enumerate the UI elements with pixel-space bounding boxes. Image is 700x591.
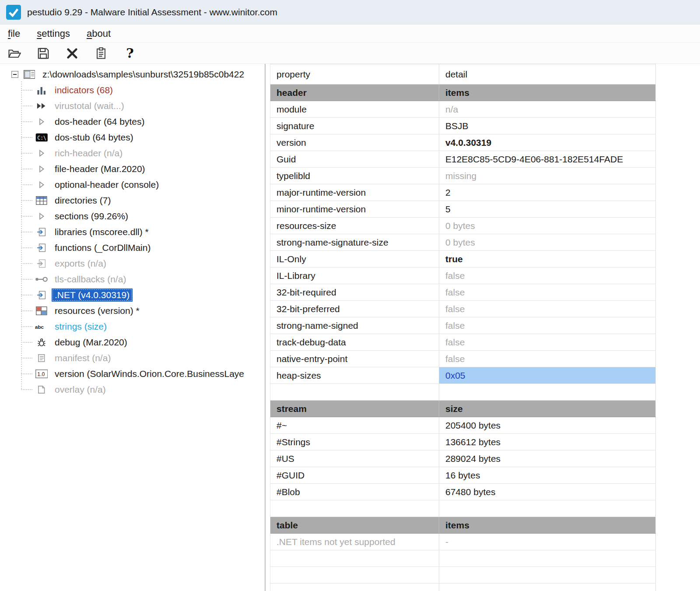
detail-cell[interactable]: 16 bytes (439, 467, 656, 483)
tree-item-dos-stub[interactable]: C:\dos-stub (64 bytes) (0, 130, 265, 145)
property-cell[interactable]: stream (270, 401, 439, 417)
tree-item-optional-header[interactable]: optional-header (console) (0, 177, 265, 193)
property-cell[interactable]: .NET items not yet supported (270, 534, 439, 550)
open-icon[interactable] (7, 46, 22, 61)
property-cell[interactable]: heap-sizes (270, 367, 439, 383)
property-cell[interactable]: strong-name-signed (270, 317, 439, 334)
table-row[interactable]: track-debug-datafalse (270, 334, 656, 351)
help-icon[interactable]: ? (122, 46, 137, 61)
tree-item-resources[interactable]: resources (version) * (0, 303, 265, 319)
menu-item-file[interactable]: file (8, 28, 20, 39)
table-row[interactable]: major-runtime-version2 (270, 184, 656, 201)
detail-cell[interactable]: false (439, 267, 656, 284)
tree-item-file-header[interactable]: file-header (Mar.2020) (0, 161, 265, 177)
detail-cell[interactable]: false (439, 351, 656, 367)
table-row[interactable]: native-entry-pointfalse (270, 351, 656, 367)
detail-cell[interactable]: - (439, 534, 656, 550)
empty-row[interactable] (270, 500, 656, 517)
property-cell[interactable]: signature (270, 118, 439, 134)
table-row[interactable]: IL-Libraryfalse (270, 267, 656, 284)
section-row[interactable]: tableitems (270, 517, 656, 534)
tree-item-functions[interactable]: functions (_CorDllMain) (0, 240, 265, 256)
table-row[interactable]: .NET items not yet supported- (270, 534, 656, 550)
tree-item-strings[interactable]: abcstrings (size) (0, 319, 265, 334)
column-header-property[interactable]: property (270, 64, 439, 84)
table-row[interactable]: #Blob67480 bytes (270, 484, 656, 500)
detail-cell[interactable]: 2 (439, 184, 656, 201)
table-row[interactable]: modulen/a (270, 101, 656, 118)
table-row[interactable]: #Strings136612 bytes (270, 434, 656, 450)
table-row[interactable]: heap-sizes0x05 (270, 367, 656, 384)
tree-item-overlay[interactable]: overlay (n/a) (0, 382, 265, 398)
detail-cell[interactable] (439, 384, 656, 400)
detail-cell[interactable]: size (439, 401, 656, 417)
detail-cell[interactable]: items (439, 517, 656, 533)
detail-cell[interactable]: 5 (439, 201, 656, 217)
property-cell[interactable] (270, 384, 439, 400)
property-cell[interactable]: #GUID (270, 467, 439, 483)
tree-item-dos-header[interactable]: dos-header (64 bytes) (0, 114, 265, 130)
table-row[interactable]: IL-Onlytrue (270, 251, 656, 267)
detail-cell[interactable] (439, 567, 656, 583)
property-cell[interactable] (270, 584, 439, 591)
detail-cell[interactable]: 0 bytes (439, 234, 656, 250)
table-row[interactable]: strong-name-signedfalse (270, 317, 656, 334)
cut-icon[interactable] (65, 46, 80, 61)
property-cell[interactable]: native-entry-point (270, 351, 439, 367)
table-row[interactable]: #GUID16 bytes (270, 467, 656, 484)
empty-row[interactable] (270, 384, 656, 401)
detail-cell[interactable]: n/a (439, 101, 656, 117)
detail-cell[interactable]: true (439, 251, 656, 267)
report-icon[interactable] (94, 46, 108, 61)
table-row[interactable]: #US289024 bytes (270, 450, 656, 467)
table-row[interactable]: 32-bit-requiredfalse (270, 284, 656, 301)
detail-cell[interactable]: 136612 bytes (439, 434, 656, 450)
table-row[interactable]: resources-size0 bytes (270, 218, 656, 234)
detail-cell[interactable] (439, 500, 656, 517)
tree-item-tls-callbacks[interactable]: tls-callbacks (n/a) (0, 271, 265, 287)
table-row[interactable]: GuidE12E8C85-5CD9-4E06-881-182E514FADE (270, 151, 656, 168)
tree-item-directories[interactable]: directories (7) (0, 193, 265, 208)
table-row[interactable]: minor-runtime-version5 (270, 201, 656, 218)
property-cell[interactable]: #~ (270, 417, 439, 433)
detail-cell[interactable]: false (439, 284, 656, 300)
detail-cell[interactable]: BSJB (439, 118, 656, 134)
property-cell[interactable]: Guid (270, 151, 439, 167)
detail-cell[interactable]: false (439, 301, 656, 317)
detail-cell[interactable]: v4.0.30319 (439, 134, 656, 151)
property-cell[interactable]: 32-bit-required (270, 284, 439, 300)
tree-item-debug[interactable]: debug (Mar.2020) (0, 334, 265, 350)
detail-cell[interactable] (439, 550, 656, 566)
tree-item-virustotal[interactable]: virustotal (wait...) (0, 98, 265, 114)
tree-item-dotnet[interactable]: .NET (v4.0.30319) (0, 287, 265, 303)
tree-item-root[interactable]: z:\downloads\samples\sunburst\32519b85c0… (0, 67, 265, 82)
table-row[interactable]: strong-name-signature-size0 bytes (270, 234, 656, 251)
save-icon[interactable] (36, 46, 51, 61)
property-cell[interactable]: major-runtime-version (270, 184, 439, 201)
tree-item-indicators[interactable]: indicators (68) (0, 82, 265, 98)
property-cell[interactable]: version (270, 134, 439, 151)
empty-row[interactable] (270, 550, 656, 567)
section-row[interactable]: headeritems (270, 84, 656, 101)
detail-cell[interactable]: 205400 bytes (439, 417, 656, 433)
property-cell[interactable]: minor-runtime-version (270, 201, 439, 217)
tree-item-libraries[interactable]: libraries (mscoree.dll) * (0, 224, 265, 240)
detail-cell[interactable]: items (439, 84, 656, 101)
detail-cell[interactable]: 0x05 (439, 367, 656, 383)
property-cell[interactable]: table (270, 517, 439, 533)
property-cell[interactable]: strong-name-signature-size (270, 234, 439, 250)
property-cell[interactable]: typelibld (270, 168, 439, 184)
detail-cell[interactable]: E12E8C85-5CD9-4E06-881-182E514FADE (439, 151, 656, 167)
property-cell[interactable]: module (270, 101, 439, 117)
table-row[interactable]: 32-bit-preferredfalse (270, 301, 656, 317)
table-row[interactable]: versionv4.0.30319 (270, 134, 656, 151)
table-row[interactable]: #~205400 bytes (270, 417, 656, 434)
property-cell[interactable]: #Strings (270, 434, 439, 450)
menu-item-about[interactable]: about (87, 28, 111, 39)
detail-cell[interactable] (439, 584, 656, 591)
detail-cell[interactable]: 67480 bytes (439, 484, 656, 500)
property-cell[interactable]: IL-Library (270, 267, 439, 284)
tree-expander-icon[interactable] (11, 71, 18, 78)
detail-cell[interactable]: 289024 bytes (439, 450, 656, 467)
column-header-detail[interactable]: detail (439, 64, 656, 84)
